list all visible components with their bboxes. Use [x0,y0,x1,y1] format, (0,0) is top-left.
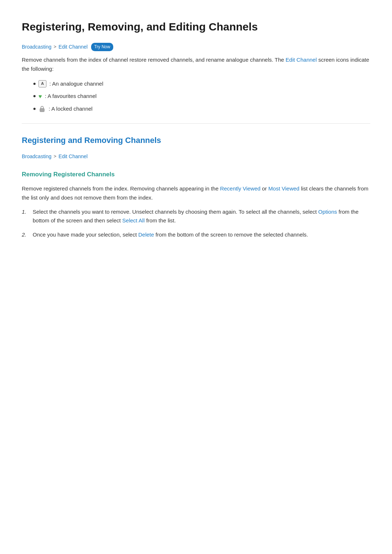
bullet-dot-analogue [33,83,36,85]
most-viewed-link[interactable]: Most Viewed [268,185,299,192]
section2-title: Registering and Removing Channels [22,134,370,147]
step-2-number: 2. [22,230,29,239]
try-now-badge[interactable]: Try Now [91,43,113,51]
breadcrumb-editchannel-link[interactable]: Edit Channel [58,43,87,51]
select-all-link[interactable]: Select All [122,217,145,223]
breadcrumb2-separator: > [54,153,57,160]
step1-text-end: from the list. [145,217,176,223]
bullet-dot-favourites [33,95,36,97]
intro-text-prefix: Remove channels from the index of channe… [22,57,286,63]
page-title: Registering, Removing, and Editing Chann… [22,18,370,36]
locked-label: : A locked channel [49,104,93,113]
step-1-number: 1. [22,208,29,226]
section-divider [22,123,370,124]
recently-viewed-link[interactable]: Recently Viewed [220,185,260,192]
removing-channels-body: Remove registered channels from the inde… [22,184,370,202]
breadcrumb-separator: > [54,43,57,51]
breadcrumb2-editchannel-link[interactable]: Edit Channel [58,152,87,160]
step-1-content: Select the channels you want to remove. … [33,208,370,226]
analogue-icon: A [38,80,46,87]
step-2-content: Once you have made your selection, selec… [33,230,370,239]
delete-link[interactable]: Delete [138,231,154,238]
intro-paragraph: Remove channels from the index of channe… [22,56,370,74]
body1-prefix: Remove registered channels from the inde… [22,185,220,192]
body1-mid: or [261,185,269,192]
breadcrumb-section1: Broadcasting > Edit Channel Try Now [22,43,370,51]
lock-icon [38,105,46,112]
step2-text-prefix: Once you have made your selection, selec… [33,231,138,238]
subsection-title: Removing Registered Channels [22,169,370,179]
svg-rect-0 [40,108,44,112]
step2-text-end: from the bottom of the screen to remove … [154,231,308,238]
step1-text-prefix: Select the channels you want to remove. … [33,209,318,215]
edit-channel-link-intro[interactable]: Edit Channel [286,57,317,63]
steps-list: 1. Select the channels you want to remov… [22,208,370,239]
favourites-label: : A favourites channel [45,92,97,100]
list-item-locked: : A locked channel [33,104,370,113]
list-item-analogue: A : An analogue channel [33,79,370,88]
options-link[interactable]: Options [318,209,337,215]
breadcrumb-broadcasting-link[interactable]: Broadcasting [22,43,52,51]
breadcrumb2-broadcasting-link[interactable]: Broadcasting [22,152,52,160]
icon-list: A : An analogue channel ♥ : A favourites… [22,79,370,114]
list-item-favourites: ♥ : A favourites channel [33,92,370,101]
step-2: 2. Once you have made your selection, se… [22,230,370,239]
bullet-dot-locked [33,108,36,110]
analogue-label: : An analogue channel [49,79,103,88]
heart-icon: ♥ [38,92,42,101]
step-1: 1. Select the channels you want to remov… [22,208,370,226]
breadcrumb-section2: Broadcasting > Edit Channel [22,152,370,160]
